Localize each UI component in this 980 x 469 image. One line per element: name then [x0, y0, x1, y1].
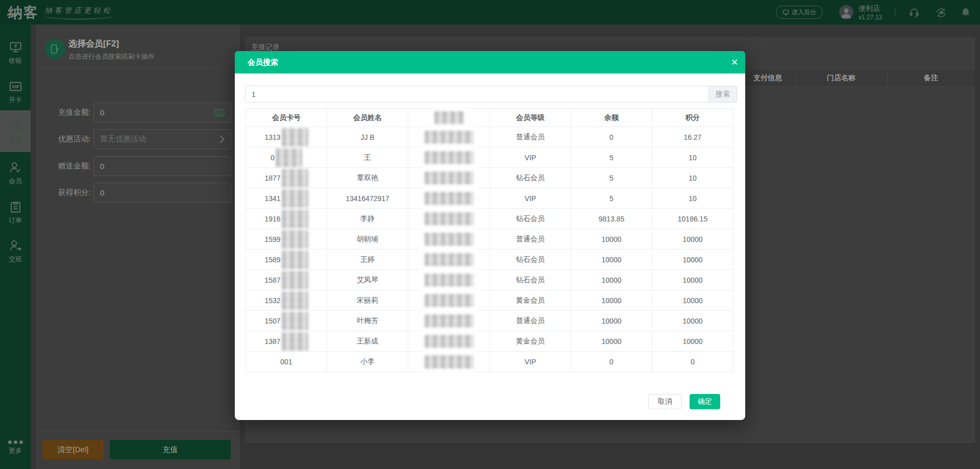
- points-cell[interactable]: 10000: [652, 331, 733, 352]
- member-row[interactable]: 1916 李静 钻石会员 9813.85 10186.15: [246, 209, 733, 229]
- points-cell[interactable]: 16.27: [652, 127, 733, 147]
- points-cell[interactable]: 10000: [652, 270, 733, 290]
- member-level-cell[interactable]: 黄金会员: [490, 290, 571, 311]
- card-number-cell[interactable]: 1532: [246, 290, 327, 311]
- masked-column-header: [434, 111, 464, 125]
- phone-cell[interactable]: [408, 168, 490, 188]
- phone-cell[interactable]: [408, 127, 490, 147]
- points-cell[interactable]: 10186.15: [652, 209, 733, 229]
- member-name-cell[interactable]: 艾凤琴: [327, 270, 408, 290]
- search-button[interactable]: 搜索: [708, 86, 737, 103]
- member-level-cell[interactable]: VIP: [490, 188, 571, 209]
- member-row[interactable]: 1507 叶梅芳 普通会员 10000 10000: [246, 311, 733, 331]
- member-row[interactable]: 1341 13416472917 VIP 5 10: [246, 188, 733, 209]
- member-name-cell[interactable]: 覃双艳: [327, 168, 408, 188]
- phone-cell[interactable]: [408, 270, 490, 290]
- col-card-number: 会员卡号: [246, 109, 327, 127]
- masked-card-number: [282, 271, 308, 289]
- member-row[interactable]: 1387 王新成 黄金会员 10000 10000: [246, 331, 733, 352]
- balance-cell[interactable]: 10000: [571, 311, 652, 331]
- masked-phone: [425, 314, 474, 328]
- phone-cell[interactable]: [408, 331, 490, 352]
- card-number-cell[interactable]: 1507: [246, 311, 327, 331]
- phone-cell[interactable]: [408, 250, 490, 270]
- balance-cell[interactable]: 10000: [571, 250, 652, 270]
- points-cell[interactable]: 10: [652, 188, 733, 209]
- phone-cell[interactable]: [408, 209, 490, 229]
- balance-cell[interactable]: 10000: [571, 290, 652, 311]
- close-icon[interactable]: ✕: [724, 51, 745, 73]
- balance-cell[interactable]: 5: [571, 168, 652, 188]
- card-number-cell[interactable]: 0: [246, 147, 327, 168]
- balance-cell[interactable]: 0: [571, 352, 652, 372]
- card-number-cell[interactable]: 1341: [246, 188, 327, 209]
- points-cell[interactable]: 10000: [652, 229, 733, 250]
- points-cell[interactable]: 10000: [652, 311, 733, 331]
- member-level-cell[interactable]: 钻石会员: [490, 168, 571, 188]
- member-level-cell[interactable]: 普通会员: [490, 127, 571, 147]
- member-level-cell[interactable]: VIP: [490, 147, 571, 168]
- member-name-cell[interactable]: 王新成: [327, 331, 408, 352]
- member-row[interactable]: 001 小李 VIP 0 0: [246, 352, 733, 372]
- member-level-cell[interactable]: 黄金会员: [490, 331, 571, 352]
- card-number-cell[interactable]: 1387: [246, 331, 327, 352]
- col-member-name: 会员姓名: [327, 109, 408, 127]
- points-cell[interactable]: 10000: [652, 250, 733, 270]
- member-row[interactable]: 1599 胡朝埔 普通会员 10000 10000: [246, 229, 733, 250]
- member-search-input[interactable]: [245, 86, 708, 103]
- balance-cell[interactable]: 10000: [571, 229, 652, 250]
- member-name-cell[interactable]: 李静: [327, 209, 408, 229]
- member-row[interactable]: 1313 JJ B 普通会员 0 16.27: [246, 127, 733, 147]
- confirm-button[interactable]: 确定: [690, 394, 720, 409]
- member-row[interactable]: 1532 宋丽莉 黄金会员 10000 10000: [246, 290, 733, 311]
- member-level-cell[interactable]: 钻石会员: [490, 250, 571, 270]
- balance-cell[interactable]: 5: [571, 188, 652, 209]
- member-name-cell[interactable]: JJ B: [327, 127, 408, 147]
- member-name-cell[interactable]: 王婷: [327, 250, 408, 270]
- member-row[interactable]: 1877 覃双艳 钻石会员 5 10: [246, 168, 733, 188]
- card-number-cell[interactable]: 1589: [246, 250, 327, 270]
- card-number-cell[interactable]: 1916: [246, 209, 327, 229]
- points-cell[interactable]: 0: [652, 352, 733, 372]
- card-number-cell[interactable]: 001: [246, 352, 327, 372]
- member-row[interactable]: 1589 王婷 钻石会员 10000 10000: [246, 250, 733, 270]
- balance-cell[interactable]: 5: [571, 147, 652, 168]
- member-row[interactable]: 0 王 VIP 5 10: [246, 147, 733, 168]
- card-number-cell[interactable]: 1877: [246, 168, 327, 188]
- masked-card-number: [282, 230, 308, 249]
- member-name-cell[interactable]: 叶梅芳: [327, 311, 408, 331]
- member-name-cell[interactable]: 王: [327, 147, 408, 168]
- member-level-cell[interactable]: 普通会员: [490, 229, 571, 250]
- phone-cell[interactable]: [408, 352, 490, 372]
- balance-cell[interactable]: 0: [571, 127, 652, 147]
- balance-cell[interactable]: 10000: [571, 270, 652, 290]
- phone-cell[interactable]: [408, 229, 490, 250]
- member-name-cell[interactable]: 胡朝埔: [327, 229, 408, 250]
- member-level-cell[interactable]: 钻石会员: [490, 209, 571, 229]
- card-number-cell[interactable]: 1313: [246, 127, 327, 147]
- points-cell[interactable]: 10: [652, 168, 733, 188]
- phone-cell[interactable]: [408, 290, 490, 311]
- member-search-modal: 会员搜索 ✕ 搜索 会员卡号 会员姓名 会员等级 余额 积分: [235, 51, 745, 420]
- phone-cell[interactable]: [408, 311, 490, 331]
- member-level-cell[interactable]: 钻石会员: [490, 270, 571, 290]
- card-number-prefix: 1507: [264, 317, 280, 325]
- points-cell[interactable]: 10: [652, 147, 733, 168]
- member-row[interactable]: 1587 艾凤琴 钻石会员 10000 10000: [246, 270, 733, 290]
- member-name-cell[interactable]: 13416472917: [327, 188, 408, 209]
- balance-cell[interactable]: 9813.85: [571, 209, 652, 229]
- balance-cell[interactable]: 10000: [571, 331, 652, 352]
- card-number-prefix: 1313: [264, 133, 280, 141]
- member-name-cell[interactable]: 小李: [327, 352, 408, 372]
- member-level-cell[interactable]: 普通会员: [490, 311, 571, 331]
- card-number-prefix: 1916: [264, 215, 280, 223]
- phone-cell[interactable]: [408, 188, 490, 209]
- points-cell[interactable]: 10000: [652, 290, 733, 311]
- masked-card-number: [282, 312, 308, 330]
- cancel-button[interactable]: 取消: [648, 394, 682, 409]
- card-number-cell[interactable]: 1599: [246, 229, 327, 250]
- card-number-cell[interactable]: 1587: [246, 270, 327, 290]
- phone-cell[interactable]: [408, 147, 490, 168]
- member-name-cell[interactable]: 宋丽莉: [327, 290, 408, 311]
- member-level-cell[interactable]: VIP: [490, 352, 571, 372]
